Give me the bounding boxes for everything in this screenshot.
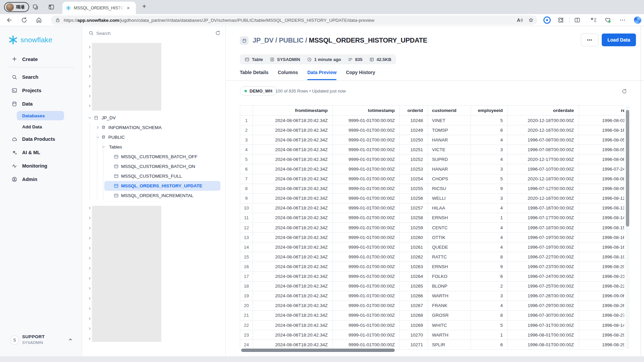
meta-table: Table	[245, 57, 263, 62]
sidebar-item-data[interactable]: Data	[0, 98, 82, 110]
tree-schema-public[interactable]: PUBLIC	[82, 132, 226, 142]
chevron-down-icon[interactable]	[101, 145, 106, 149]
chevron-right-icon[interactable]	[88, 94, 92, 98]
address-bar[interactable]: https://app.snowflake.com/jugdhon/cdata_…	[51, 15, 537, 25]
chevron-right-icon[interactable]	[88, 45, 92, 49]
new-tab-button[interactable]: +	[142, 3, 146, 10]
sidebar-item-ai-ml[interactable]: AI & ML	[0, 147, 82, 158]
row-number-cell: 23	[240, 330, 253, 340]
tree-search-input[interactable]	[96, 29, 207, 38]
tree-database-jp-dv[interactable]: JP_DV	[82, 113, 226, 123]
reload-icon[interactable]	[21, 17, 28, 23]
chevron-right-icon[interactable]	[88, 266, 92, 270]
chevron-down-icon[interactable]	[96, 135, 100, 139]
chevron-right-icon[interactable]	[88, 246, 92, 250]
table-cell: 2024-08-06T18:20:42.34Z	[253, 203, 333, 213]
tab-copy-history[interactable]: Copy History	[346, 70, 375, 80]
password-manager-icon[interactable]	[543, 16, 551, 24]
workspaces-icon[interactable]	[32, 4, 39, 10]
sidebar-item-admin[interactable]: Admin	[0, 174, 82, 185]
browser-menu-icon[interactable]	[619, 17, 626, 23]
tree-table-mssql-orders-incremental[interactable]: MSSQL_ORDERS_INCREMENTAL	[82, 191, 226, 200]
browser-profile-button[interactable]: 職場	[4, 2, 29, 12]
chevron-right-icon[interactable]	[88, 276, 92, 281]
load-data-button[interactable]: Load Data	[602, 34, 636, 46]
chevron-right-icon[interactable]	[88, 206, 92, 210]
table-cell: 9999-01-01T00:00:00Z	[333, 272, 400, 282]
horizontal-scrollbar-thumb[interactable]	[241, 349, 395, 352]
tab-table-details[interactable]: Table Details	[240, 70, 268, 80]
database-tree-panel: JP_DVINFORMATION_SCHEMAPUBLICTablesMSSQL…	[82, 26, 226, 356]
back-icon[interactable]	[6, 17, 13, 23]
chevron-right-icon[interactable]	[88, 286, 92, 291]
browser-tab[interactable]: MSSQL_ORDERS_HISTORY_U ×	[62, 2, 136, 14]
chevron-right-icon[interactable]	[88, 74, 92, 78]
read-aloud-icon[interactable]: A	[517, 17, 523, 23]
preview-refresh-icon[interactable]	[622, 88, 627, 94]
tree-schema-information-schema[interactable]: INFORMATION_SCHEMA	[82, 123, 226, 132]
support-account-button[interactable]: S SUPPORT SYSADMIN	[0, 334, 82, 349]
tree-table-mssql-customers-batch-off[interactable]: MSSQL_CUSTOMERS_BATCH_OFF	[82, 152, 226, 162]
tree-refresh-icon[interactable]	[215, 30, 221, 36]
collections-icon[interactable]	[590, 17, 597, 23]
tab-close-icon[interactable]: ×	[127, 5, 130, 10]
row-number-cell: 18	[240, 282, 253, 291]
chevron-right-icon[interactable]	[88, 296, 92, 301]
toolbar-divider	[569, 17, 570, 23]
admin-icon	[11, 176, 17, 182]
chevron-right-icon[interactable]	[88, 226, 92, 230]
tree-table-mssql-customers-full[interactable]: MSSQL_CUSTOMERS_FULL	[82, 171, 226, 181]
extensions-icon[interactable]	[557, 17, 564, 23]
sidebar-item-monitoring[interactable]: Monitoring	[0, 160, 82, 172]
chevron-right-icon[interactable]	[88, 84, 92, 88]
home-icon[interactable]	[36, 17, 42, 23]
table-cell: 9999-01-01T00:00:00Z	[333, 320, 400, 330]
chevron-right-icon[interactable]	[88, 316, 92, 321]
breadcrumb-parents[interactable]: JP_DV / PUBLIC /	[253, 37, 309, 44]
chevron-right-icon[interactable]	[88, 326, 92, 331]
split-screen-icon[interactable]	[574, 17, 581, 23]
table-cell: HANAR	[428, 164, 471, 174]
tab-data-preview[interactable]: Data Preview	[307, 70, 336, 80]
table-row: 192024-08-06T18:20:42.34Z9999-01-01T00:0…	[240, 291, 624, 301]
tree-table-mssql-customers-batch-on[interactable]: MSSQL_CUSTOMERS_BATCH_ON	[82, 162, 226, 171]
chevron-right-icon[interactable]	[88, 64, 92, 69]
chevron-right-icon[interactable]	[88, 337, 92, 341]
chevron-right-icon[interactable]	[88, 216, 92, 220]
sidebar-item-search[interactable]: Search	[0, 71, 82, 83]
snowflake-logo[interactable]: snowflake	[8, 35, 52, 45]
browser-essentials-icon[interactable]	[604, 17, 611, 23]
sidebar-item-databases[interactable]: Databases	[17, 111, 64, 120]
vertical-scrollbar-thumb[interactable]	[626, 110, 629, 227]
copilot-icon[interactable]	[634, 16, 641, 24]
warehouse-status-dot	[245, 90, 247, 92]
chevron-right-icon[interactable]	[88, 55, 92, 59]
row-number-cell: 22	[240, 320, 253, 330]
tab-columns[interactable]: Columns	[278, 70, 298, 80]
column-header-rownum	[240, 106, 253, 116]
more-actions-button[interactable]: •••	[581, 34, 598, 46]
tree-tables-group[interactable]: Tables	[82, 142, 226, 152]
table-cell: 4	[471, 301, 508, 311]
chevron-right-icon[interactable]	[88, 104, 92, 108]
table-cell: HANAR	[428, 135, 471, 145]
content-edge-line	[641, 26, 641, 356]
sidebar-item-data-products[interactable]: Data Products	[0, 133, 82, 145]
browser-tab-bar: 職場 MSSQL_ORDERS_HISTORY_U × +	[0, 0, 644, 14]
tree-table-mssql-orders-history-update[interactable]: MSSQL_ORDERS_HISTORY_UPDATE	[82, 181, 226, 191]
main-content: JP_DV / PUBLIC / MSSQL_ORDERS_HISTORY_UP…	[226, 26, 644, 356]
chevron-right-icon[interactable]	[88, 256, 92, 260]
warehouse-pill[interactable]: DEMO_WH	[240, 86, 277, 96]
table-cell: 2024-08-06T18:20:42.34Z	[253, 194, 333, 203]
sidebar-item-projects[interactable]: Projects	[0, 85, 82, 96]
table-cell: 1996-07-08T00:00:00Z	[508, 135, 579, 145]
tab-actions-icon[interactable]	[48, 4, 55, 10]
chevron-down-icon[interactable]	[88, 116, 92, 120]
chevron-right-icon[interactable]	[88, 306, 92, 311]
table-cell: 10249	[400, 125, 428, 135]
chevron-right-icon[interactable]	[88, 236, 92, 240]
chevron-right-icon[interactable]	[96, 125, 100, 130]
favorite-star-icon[interactable]	[528, 17, 534, 23]
create-button[interactable]: Create	[0, 53, 82, 65]
sidebar-item-add-data[interactable]: Add Data	[17, 122, 64, 131]
